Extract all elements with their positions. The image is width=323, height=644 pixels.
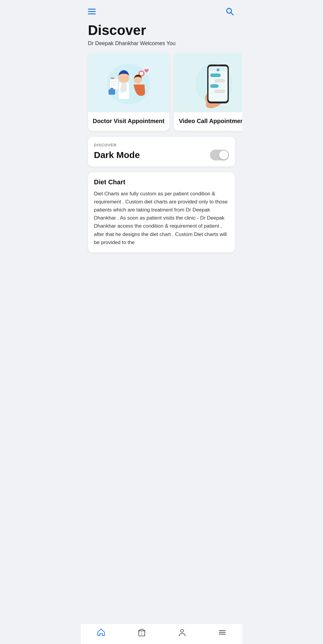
appointment-cards-row: Doctor Visit Appointment bbox=[81, 53, 242, 137]
page-subtitle: Dr Deepak Dhankhar Welcomes You bbox=[88, 40, 235, 47]
dark-mode-label: Dark Mode bbox=[94, 150, 140, 160]
svg-rect-18 bbox=[110, 88, 113, 90]
video-call-image bbox=[174, 53, 242, 112]
doctor-visit-label: Doctor Visit Appointment bbox=[88, 112, 169, 131]
hamburger-menu-button[interactable] bbox=[88, 9, 96, 14]
box-icon bbox=[137, 628, 146, 637]
dark-mode-card: DISCOVER Dark Mode bbox=[88, 137, 235, 166]
svg-rect-7 bbox=[121, 82, 127, 91]
doctor-visit-image bbox=[88, 53, 169, 112]
svg-rect-27 bbox=[214, 90, 225, 93]
svg-rect-26 bbox=[210, 84, 219, 88]
diet-chart-card: Diet Chart Diet Charts are fully custom … bbox=[88, 172, 235, 252]
svg-rect-9 bbox=[111, 77, 114, 79]
dark-mode-row: Dark Mode bbox=[94, 150, 229, 160]
bottom-navigation bbox=[81, 623, 242, 644]
search-button[interactable] bbox=[224, 6, 235, 17]
top-bar bbox=[81, 0, 242, 20]
svg-point-32 bbox=[181, 629, 184, 632]
svg-rect-25 bbox=[214, 79, 225, 82]
discover-tag: DISCOVER bbox=[94, 143, 229, 147]
nav-item-box[interactable] bbox=[132, 627, 151, 638]
search-icon bbox=[225, 7, 234, 16]
doctor-visit-card[interactable]: Doctor Visit Appointment bbox=[88, 53, 169, 131]
svg-rect-29 bbox=[216, 65, 220, 66]
nav-item-menu[interactable] bbox=[213, 627, 231, 638]
svg-point-28 bbox=[217, 68, 220, 71]
dark-mode-toggle[interactable] bbox=[210, 150, 229, 160]
home-icon bbox=[97, 628, 106, 637]
video-call-card[interactable]: Video Call Appointment bbox=[174, 53, 242, 131]
diet-chart-body: Diet Charts are fully custom as per pati… bbox=[94, 190, 229, 246]
nav-item-profile[interactable] bbox=[173, 627, 191, 638]
svg-rect-24 bbox=[210, 73, 221, 77]
header-section: Discover Dr Deepak Dhankhar Welcomes You bbox=[81, 20, 242, 53]
svg-rect-22 bbox=[209, 67, 227, 101]
person-icon bbox=[178, 628, 186, 637]
nav-item-home[interactable] bbox=[92, 627, 110, 638]
toggle-knob bbox=[219, 151, 228, 160]
menu-lines-icon bbox=[218, 628, 226, 637]
svg-line-1 bbox=[231, 13, 233, 15]
page-title: Discover bbox=[88, 23, 235, 38]
svg-rect-8 bbox=[110, 79, 118, 89]
svg-rect-15 bbox=[140, 72, 143, 75]
diet-chart-title: Diet Chart bbox=[94, 178, 229, 186]
video-call-label: Video Call Appointment bbox=[174, 112, 242, 131]
